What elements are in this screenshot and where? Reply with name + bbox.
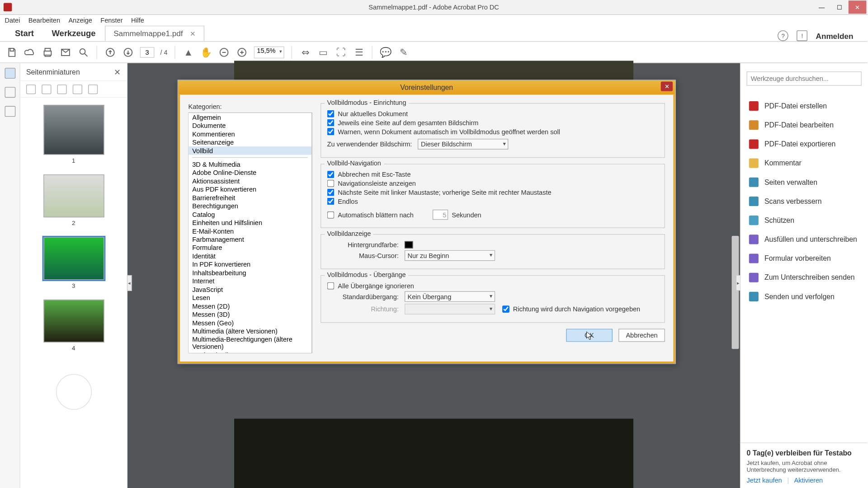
page-thumbnail-3[interactable] [43, 237, 104, 280]
tab-document[interactable]: Sammelmappe1.pdf ✕ [104, 26, 204, 41]
dialog-titlebar[interactable]: Voreinstellungen ✕ [178, 80, 675, 95]
attachments-rail-icon[interactable] [5, 106, 15, 117]
only-current-checkbox[interactable] [327, 110, 335, 117]
collapse-left-icon[interactable]: ◂ [127, 275, 132, 291]
menu-help[interactable]: Hilfe [131, 16, 144, 23]
tab-close-icon[interactable]: ✕ [190, 30, 195, 38]
category-item[interactable]: Messen (Geo) [189, 319, 312, 327]
cursor-select[interactable]: Nur zu Beginn▼ [405, 250, 495, 261]
menu-window[interactable]: Fenster [100, 16, 123, 23]
pointer-icon[interactable]: ▲ [183, 46, 194, 58]
maximize-button[interactable]: ☐ [830, 0, 849, 14]
navbar-checkbox[interactable] [327, 180, 335, 187]
dir-by-nav-checkbox[interactable] [502, 305, 509, 313]
tool-panel-item[interactable]: PDF-Datei erstellen [741, 97, 868, 116]
hand-icon[interactable]: ✋ [200, 46, 212, 58]
notifications-icon[interactable]: ! [797, 30, 807, 41]
category-item[interactable]: Messen (3D) [189, 310, 312, 319]
menu-view[interactable]: Anzeige [68, 16, 92, 23]
minimize-button[interactable]: — [813, 0, 831, 14]
tool-panel-item[interactable]: Seiten verwalten [741, 173, 868, 192]
cloud-icon[interactable] [24, 46, 36, 58]
menu-file[interactable]: Datei [5, 16, 20, 23]
tool-panel-item[interactable]: Senden und verfolgen [741, 287, 868, 306]
signin-link[interactable]: Anmelden [816, 31, 854, 40]
mouse-checkbox[interactable] [327, 189, 335, 196]
thumbnails-close-icon[interactable]: ✕ [114, 67, 121, 76]
autoflip-seconds-input[interactable] [433, 210, 448, 220]
thumbs-options-icon[interactable] [26, 84, 36, 94]
category-item[interactable]: Aus PDF konvertieren [189, 185, 312, 193]
thumbs-rotate-cw-icon[interactable] [88, 84, 98, 94]
category-item[interactable]: Adobe Online-Dienste [189, 169, 312, 177]
category-item[interactable]: Messen (2D) [189, 302, 312, 310]
zoom-in-icon[interactable] [236, 46, 248, 58]
tools-search-input[interactable] [746, 71, 861, 86]
category-item[interactable]: Aktionsassistent [189, 177, 312, 185]
window-close-button[interactable]: ✕ [849, 0, 867, 14]
warn-checkbox[interactable] [327, 128, 335, 135]
zoom-level-select[interactable]: 15,5% ▼ [254, 46, 284, 58]
category-item[interactable]: Barrierefreiheit [189, 193, 312, 202]
highlight-icon[interactable]: ✎ [398, 46, 410, 58]
one-page-checkbox[interactable] [327, 119, 335, 127]
page-thumbnail-2[interactable] [43, 174, 104, 217]
tab-start[interactable]: Start [6, 25, 43, 41]
category-item[interactable]: Identität [189, 252, 312, 260]
loop-checkbox[interactable] [327, 198, 335, 205]
category-item[interactable]: Formulare [189, 244, 312, 252]
tool-panel-item[interactable]: PDF-Datei bearbeiten [741, 116, 868, 135]
category-item[interactable]: Kommentieren [189, 130, 312, 138]
vertical-scrollbar[interactable] [732, 236, 739, 349]
email-icon[interactable] [60, 46, 71, 58]
category-item[interactable]: Einheiten und Hilfslinien [189, 219, 312, 227]
autoflip-checkbox[interactable] [327, 211, 335, 218]
comment-icon[interactable]: 💬 [380, 46, 392, 58]
fit-width-icon[interactable]: ⇔ [299, 46, 311, 58]
fit-page-icon[interactable]: ▭ [317, 46, 329, 58]
tool-panel-item[interactable]: PDF-Datei exportieren [741, 135, 868, 154]
next-page-icon[interactable] [122, 46, 134, 58]
category-item[interactable]: Inhaltsbearbeitung [189, 268, 312, 277]
screen-select[interactable]: Dieser Bildschirm▼ [418, 139, 509, 150]
thumbs-insert-icon[interactable] [57, 84, 67, 94]
ok-button[interactable]: OK [566, 329, 613, 342]
category-item[interactable]: In PDF konvertieren [189, 260, 312, 268]
tool-panel-item[interactable]: Scans verbessern [741, 192, 868, 211]
save-icon[interactable] [6, 46, 18, 58]
activate-link[interactable]: Aktivieren [794, 476, 823, 483]
buy-now-link[interactable]: Jetzt kaufen [746, 476, 782, 483]
category-item[interactable]: Rechtschreibung [189, 351, 312, 353]
tab-tools[interactable]: Werkzeuge [43, 25, 105, 41]
dialog-close-button[interactable]: ✕ [661, 82, 673, 91]
category-item[interactable]: Multimedia-Berechtigungen (ältere Versio… [189, 335, 312, 351]
tool-panel-item[interactable]: Ausfüllen und unterschreiben [741, 230, 868, 249]
category-item[interactable]: Catalog [189, 210, 312, 218]
category-item[interactable]: 3D & Multimedia [189, 160, 312, 169]
category-item[interactable]: Internet [189, 277, 312, 285]
category-item[interactable]: Farbmanagement [189, 235, 312, 244]
thumbnails-rail-icon[interactable] [5, 68, 15, 79]
category-item[interactable]: Vollbild [189, 146, 312, 155]
bookmarks-rail-icon[interactable] [5, 87, 15, 98]
fit-icon[interactable]: ⛶ [335, 46, 347, 58]
search-icon[interactable] [77, 46, 89, 58]
thumbs-delete-icon[interactable] [42, 84, 51, 94]
default-transition-select[interactable]: Kein Übergang▼ [405, 291, 495, 302]
page-thumbnail-1[interactable] [43, 105, 104, 155]
ignore-transitions-checkbox[interactable] [327, 282, 335, 290]
tool-panel-item[interactable]: Schützen [741, 211, 868, 230]
read-mode-icon[interactable]: ☰ [353, 46, 365, 58]
page-number-input[interactable] [140, 47, 155, 57]
category-item[interactable]: Multimedia (ältere Versionen) [189, 327, 312, 335]
category-item[interactable]: Dokumente [189, 122, 312, 130]
prev-page-icon[interactable] [104, 46, 116, 58]
category-item[interactable]: JavaScript [189, 285, 312, 293]
tool-panel-item[interactable]: Zum Unterschreiben senden [741, 268, 868, 287]
thumbs-rotate-ccw-icon[interactable] [73, 84, 82, 94]
menu-edit[interactable]: Bearbeiten [28, 16, 60, 23]
category-item[interactable]: Seitenanzeige [189, 138, 312, 146]
zoom-out-icon[interactable] [218, 46, 230, 58]
category-item[interactable]: Berechtigungen [189, 202, 312, 210]
category-item[interactable]: Allgemein [189, 113, 312, 121]
